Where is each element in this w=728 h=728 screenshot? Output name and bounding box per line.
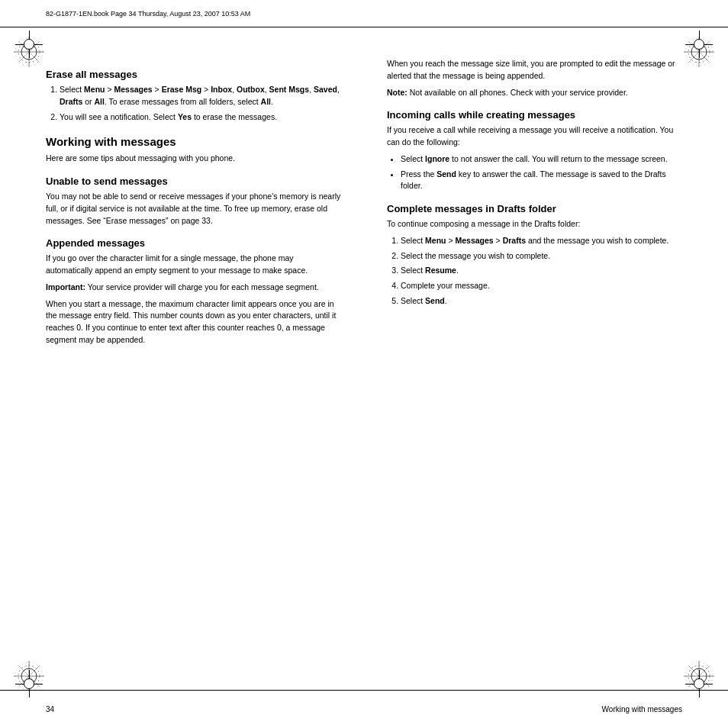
crosshair-circle-br [694, 678, 704, 689]
unable-to-send-section: Unable to send messages You may not be a… [46, 176, 341, 227]
complete-messages-heading: Complete messages in Drafts folder [387, 203, 682, 214]
erase-step-1: Select Menu > Messages > Erase Msg > Inb… [60, 84, 341, 108]
complete-messages-intro: To continue composing a message in the D… [387, 218, 682, 230]
size-limit-note: Note: Not available on all phones. Check… [387, 87, 682, 99]
footer-section-title: Working with messages [602, 705, 682, 714]
complete-step-5: Select Send. [401, 295, 682, 308]
incoming-bullet-1: Select Ignore to not answer the call. Yo… [401, 153, 682, 166]
appended-section: Appended messages If you go over the cha… [46, 237, 341, 346]
appended-heading: Appended messages [46, 237, 341, 249]
main-content: Erase all messages Select Menu > Message… [0, 27, 728, 690]
erase-all-section: Erase all messages Select Menu > Message… [46, 69, 341, 123]
appended-para2: When you start a message, the maximum ch… [46, 298, 341, 346]
footer: 34 Working with messages [0, 690, 728, 728]
complete-step-2: Select the message you wish to complete. [401, 250, 682, 263]
erase-step-2: You will see a notification. Select Yes … [60, 111, 341, 124]
complete-step-1: Select Menu > Messages > Drafts and the … [401, 235, 682, 247]
right-column: When you reach the message size limit, y… [375, 58, 682, 659]
crosshair-circle-tr [694, 39, 704, 50]
working-with-body: Here are some tips about messaging with … [46, 153, 341, 165]
erase-all-heading: Erase all messages [46, 69, 341, 80]
appended-important: Important: Your service provider will ch… [46, 282, 341, 294]
left-column: Erase all messages Select Menu > Message… [46, 58, 353, 659]
footer-page-number: 34 [46, 705, 54, 714]
size-limit-section: When you reach the message size limit, y… [387, 58, 682, 98]
working-with-section: Working with messages Here are some tips… [46, 135, 341, 165]
complete-step-3: Select Resume. [401, 265, 682, 277]
header-bar: 82-G1877-1EN.book Page 34 Thursday, Augu… [0, 0, 728, 27]
incoming-calls-body: If you receive a call while receiving a … [387, 124, 682, 149]
complete-messages-steps: Select Menu > Messages > Drafts and the … [387, 235, 682, 308]
note-label: Note: [387, 88, 407, 97]
important-label: Important: [46, 282, 85, 292]
incoming-calls-section: Incoming calls while creating messages I… [387, 109, 682, 192]
size-limit-para1: When you reach the message size limit, y… [387, 58, 682, 82]
erase-all-steps: Select Menu > Messages > Erase Msg > Inb… [46, 84, 341, 123]
unable-to-send-heading: Unable to send messages [46, 176, 341, 187]
crosshair-circle-bl [24, 678, 34, 689]
unable-to-send-body: You may not be able to send or receive m… [46, 191, 341, 227]
complete-messages-section: Complete messages in Drafts folder To co… [387, 203, 682, 308]
crosshair-circle-tl [24, 39, 34, 50]
complete-step-4: Complete your message. [401, 280, 682, 292]
header-text: 82-G1877-1EN.book Page 34 Thursday, Augu… [46, 10, 250, 18]
incoming-bullet-2: Press the Send key to answer the call. T… [401, 169, 682, 193]
note-text: Not available on all phones. Check with … [407, 88, 628, 97]
incoming-calls-heading: Incoming calls while creating messages [387, 109, 682, 121]
important-text: Your service provider will charge you fo… [85, 282, 319, 292]
incoming-calls-bullets: Select Ignore to not answer the call. Yo… [387, 153, 682, 192]
appended-para1: If you go over the character limit for a… [46, 253, 341, 277]
page: 82-G1877-1EN.book Page 34 Thursday, Augu… [0, 0, 728, 728]
working-with-heading: Working with messages [46, 135, 341, 148]
